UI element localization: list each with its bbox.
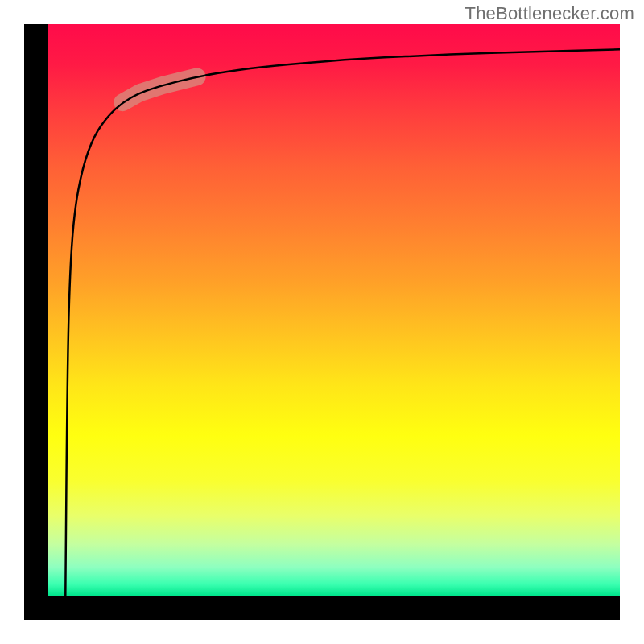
plot-area	[48, 24, 620, 596]
bottleneck-curve	[65, 49, 620, 596]
y-axis-bar	[24, 24, 48, 620]
x-axis-bar	[24, 596, 620, 620]
curve-svg	[48, 24, 620, 596]
watermark-text: TheBottlenecker.com	[465, 3, 634, 24]
chart-frame	[24, 24, 620, 620]
